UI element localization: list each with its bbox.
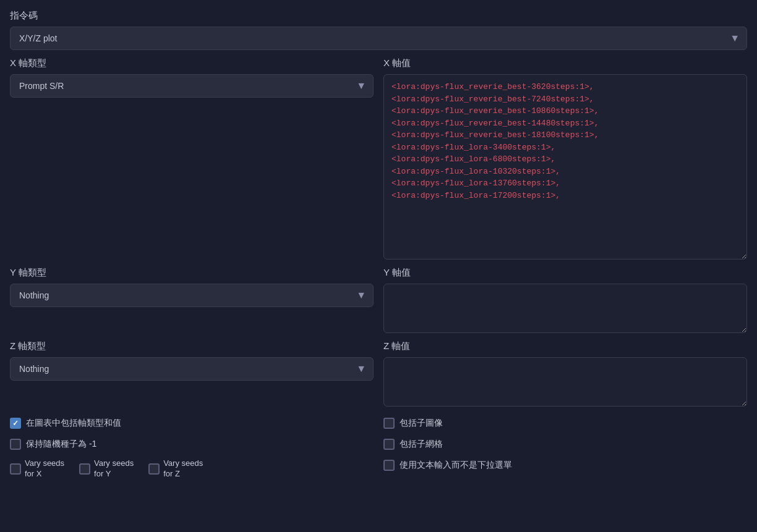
vary-z-checkbox[interactable]	[148, 463, 160, 475]
y-axis-value-textarea[interactable]	[383, 284, 747, 333]
include-sub-images-row: 包括子圖像	[383, 414, 747, 433]
z-axis-value-col: Z 軸值	[383, 340, 747, 407]
z-axis-type-label: Z 軸類型	[10, 340, 374, 352]
vary-x-item: Vary seeds for X	[10, 458, 64, 479]
include-sub-grid-checkbox[interactable]	[383, 439, 395, 450]
use-text-input-row: 使用文本輸入而不是下拉選單	[383, 456, 747, 475]
x-axis-value-label: X 軸值	[383, 57, 747, 69]
left-checkboxes: 在圖表中包括軸類型和值 保持隨機種子為 -1 Vary seeds for X …	[10, 414, 374, 479]
include-sub-images-checkbox[interactable]	[383, 418, 395, 429]
x-axis-row: X 軸類型 Prompt S/R ▼ X 軸值 <lora:dpys-flux_…	[10, 57, 747, 260]
x-axis-value-col: X 軸值 <lora:dpys-flux_reverie_best-3620st…	[383, 57, 747, 260]
y-axis-row: Y 軸類型 Nothing ▼ Y 軸值	[10, 267, 747, 333]
include-sub-images-label: 包括子圖像	[400, 418, 443, 429]
z-axis-row: Z 軸類型 Nothing ▼ Z 軸值	[10, 340, 747, 407]
use-text-input-checkbox[interactable]	[383, 460, 395, 471]
z-axis-value-textarea[interactable]	[383, 357, 747, 407]
vary-z-item: Vary seeds for Z	[148, 458, 203, 479]
include-sub-grid-label: 包括子網格	[400, 439, 443, 450]
y-axis-value-col: Y 軸值	[383, 267, 747, 333]
z-axis-type-dropdown[interactable]: Nothing	[10, 357, 374, 381]
y-axis-type-col: Y 軸類型 Nothing ▼	[10, 267, 374, 333]
vary-y-label: Vary seeds for Y	[94, 458, 134, 479]
x-axis-type-label: X 軸類型	[10, 57, 374, 69]
vary-z-label: Vary seeds for Z	[163, 458, 203, 479]
include-axis-row: 在圖表中包括軸類型和值	[10, 414, 374, 433]
x-axis-type-col: X 軸類型 Prompt S/R ▼	[10, 57, 374, 260]
vary-y-item: Vary seeds for Y	[79, 458, 134, 479]
z-axis-value-label: Z 軸值	[383, 340, 747, 352]
include-sub-grid-row: 包括子網格	[383, 435, 747, 454]
script-dropdown[interactable]: X/Y/Z plot	[10, 27, 747, 50]
vary-seeds-row: Vary seeds for X Vary seeds for Y Vary s…	[10, 458, 374, 479]
use-text-input-label: 使用文本輸入而不是下拉選單	[400, 460, 512, 471]
x-axis-type-dropdown-wrapper: Prompt S/R ▼	[10, 74, 374, 98]
y-axis-type-label: Y 軸類型	[10, 267, 374, 279]
command-code-label: 指令碼	[10, 10, 747, 22]
keep-seed-row: 保持隨機種子為 -1	[10, 435, 374, 454]
y-axis-type-dropdown[interactable]: Nothing	[10, 284, 374, 307]
z-axis-type-dropdown-wrapper: Nothing ▼	[10, 357, 374, 381]
keep-seed-label: 保持隨機種子為 -1	[26, 439, 96, 450]
vary-x-label: Vary seeds for X	[25, 458, 64, 479]
x-axis-type-dropdown[interactable]: Prompt S/R	[10, 74, 374, 98]
z-axis-type-col: Z 軸類型 Nothing ▼	[10, 340, 374, 407]
command-code-section: 指令碼 X/Y/Z plot ▼	[10, 10, 747, 50]
include-axis-checkbox[interactable]	[10, 418, 21, 429]
y-axis-type-dropdown-wrapper: Nothing ▼	[10, 284, 374, 307]
keep-seed-checkbox[interactable]	[10, 439, 21, 450]
bottom-section: 在圖表中包括軸類型和值 保持隨機種子為 -1 Vary seeds for X …	[10, 414, 747, 479]
y-axis-value-label: Y 軸值	[383, 267, 747, 279]
script-dropdown-wrapper: X/Y/Z plot ▼	[10, 27, 747, 50]
include-axis-label: 在圖表中包括軸類型和值	[26, 418, 121, 429]
x-axis-value-textarea[interactable]: <lora:dpys-flux_reverie_best-3620steps:1…	[383, 74, 747, 260]
vary-x-checkbox[interactable]	[10, 463, 21, 475]
vary-y-checkbox[interactable]	[79, 463, 90, 475]
right-checkboxes: 包括子圖像 包括子網格 使用文本輸入而不是下拉選單	[383, 414, 747, 479]
